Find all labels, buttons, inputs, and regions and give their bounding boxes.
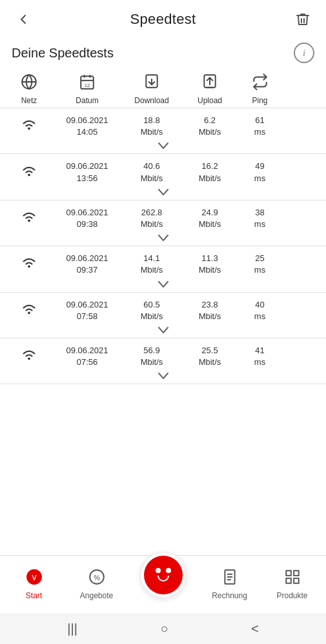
nav-label-rechnung: Rechnung <box>212 591 247 600</box>
start-icon: v <box>26 569 43 589</box>
svg-rect-26 <box>286 571 291 576</box>
nav-label-produkte: Produkte <box>276 591 307 600</box>
table-row-group-4: 09.06.202107:5860.5Mbit/s23.8Mbit/s40ms <box>0 293 326 338</box>
table-row-group-2: 09.06.202109:38262.8Mbit/s24.9Mbit/s38ms <box>0 200 326 246</box>
row-download-2: 262.8Mbit/s <box>123 207 181 230</box>
section-title: Deine Speedtests <box>12 46 114 61</box>
row-datum-0: 09.06.202114:05 <box>52 115 123 138</box>
row-datum-2: 09.06.202109:38 <box>52 207 123 230</box>
nav-item-start[interactable]: v Start <box>15 569 54 600</box>
svg-text:%: % <box>94 574 100 581</box>
wifi-icon <box>20 117 38 135</box>
android-menu-button[interactable]: ||| <box>67 621 77 636</box>
table-row-group-3: 09.06.202109:3714.1Mbit/s11.3Mbit/s25ms <box>0 246 326 292</box>
android-home-button[interactable]: ○ <box>160 621 168 636</box>
svg-rect-27 <box>286 578 291 583</box>
table-row[interactable]: 09.06.202113:5640.6Mbit/s16.2Mbit/s49ms <box>0 154 326 186</box>
row-netz-4 <box>6 302 52 320</box>
svg-point-12 <box>28 128 30 130</box>
svg-point-15 <box>28 266 30 268</box>
calendar-icon: 12 <box>79 73 96 94</box>
wifi-icon <box>20 164 38 182</box>
rechnung-icon <box>221 569 238 589</box>
svg-rect-29 <box>294 578 299 583</box>
expand-row-button-4[interactable] <box>0 325 326 338</box>
row-upload-0: 6.2Mbit/s <box>181 115 239 138</box>
row-upload-5: 25.5Mbit/s <box>181 345 239 368</box>
upload-icon <box>201 73 218 94</box>
nav-label-angebote: Angebote <box>80 591 113 600</box>
download-icon <box>143 73 160 94</box>
col-header-upload: Upload <box>181 73 239 105</box>
col-header-download: Download <box>123 73 181 105</box>
row-upload-2: 24.9Mbit/s <box>181 207 239 230</box>
row-ping-1: 49ms <box>239 161 281 184</box>
svg-text:12: 12 <box>85 83 90 88</box>
row-netz-1 <box>6 164 52 182</box>
table-row[interactable]: 09.06.202109:38262.8Mbit/s24.9Mbit/s38ms <box>0 200 326 233</box>
produkte-icon <box>284 569 301 589</box>
bottom-nav: v Start % Angebote <box>0 555 326 613</box>
row-netz-0 <box>6 117 52 135</box>
table-row[interactable]: 09.06.202107:5656.9Mbit/s25.5Mbit/s41ms <box>0 338 326 371</box>
column-headers: Netz 12 Datum Download <box>0 68 326 108</box>
col-header-datum: 12 Datum <box>52 73 123 105</box>
table-row[interactable]: 09.06.202114:0518.8Mbit/s6.2Mbit/s61ms <box>0 108 326 141</box>
row-datum-5: 09.06.202107:56 <box>52 345 123 368</box>
android-nav-bar: ||| ○ < <box>0 613 326 644</box>
info-button[interactable]: i <box>294 43 314 63</box>
nav-item-mascot[interactable] <box>140 571 187 598</box>
row-ping-2: 38ms <box>239 207 281 230</box>
expand-row-button-1[interactable] <box>0 187 326 200</box>
col-header-netz: Netz <box>6 73 52 105</box>
row-download-1: 40.6Mbit/s <box>123 161 181 184</box>
nav-item-angebote[interactable]: % Angebote <box>77 569 116 600</box>
table-row[interactable]: 09.06.202109:3714.1Mbit/s11.3Mbit/s25ms <box>0 246 326 278</box>
nav-item-rechnung[interactable]: Rechnung <box>210 569 249 600</box>
back-button[interactable] <box>12 8 35 31</box>
expand-row-button-5[interactable] <box>0 371 326 384</box>
row-ping-5: 41ms <box>239 345 281 368</box>
table-row[interactable]: 09.06.202107:5860.5Mbit/s23.8Mbit/s40ms <box>0 293 326 325</box>
svg-point-14 <box>28 220 30 222</box>
table-row-group-1: 09.06.202113:5640.6Mbit/s16.2Mbit/s49ms <box>0 154 326 200</box>
delete-button[interactable] <box>291 8 314 31</box>
wifi-icon <box>20 347 38 366</box>
section-header: Deine Speedtests i <box>0 36 326 68</box>
row-netz-5 <box>6 347 52 366</box>
svg-point-17 <box>28 358 30 360</box>
row-datum-3: 09.06.202109:37 <box>52 253 123 276</box>
row-download-0: 18.8Mbit/s <box>123 115 181 138</box>
expand-row-button-2[interactable] <box>0 233 326 246</box>
table-row-group-0: 09.06.202114:0518.8Mbit/s6.2Mbit/s61ms <box>0 108 326 154</box>
nav-item-produkte[interactable]: Produkte <box>273 569 312 600</box>
ping-icon <box>252 73 269 94</box>
row-download-4: 60.5Mbit/s <box>123 299 181 322</box>
svg-point-13 <box>28 173 30 176</box>
row-upload-1: 16.2Mbit/s <box>181 161 239 184</box>
wifi-icon <box>20 302 38 320</box>
top-bar: Speedtest <box>0 0 326 36</box>
row-datum-4: 09.06.202107:58 <box>52 299 123 322</box>
expand-row-button-3[interactable] <box>0 279 326 292</box>
svg-point-16 <box>28 311 30 314</box>
row-upload-4: 23.8Mbit/s <box>181 299 239 322</box>
row-ping-3: 25ms <box>239 253 281 276</box>
android-back-button[interactable]: < <box>251 621 259 636</box>
svg-text:v: v <box>32 572 36 582</box>
nav-label-start: Start <box>26 591 42 600</box>
col-header-ping: Ping <box>239 73 281 105</box>
mascot-button[interactable] <box>140 552 187 598</box>
wifi-icon <box>20 255 38 273</box>
svg-rect-28 <box>294 571 299 576</box>
wifi-icon <box>20 210 38 228</box>
expand-row-button-0[interactable] <box>0 141 326 153</box>
row-datum-1: 09.06.202113:56 <box>52 161 123 184</box>
row-netz-3 <box>6 255 52 273</box>
data-list: 09.06.202114:0518.8Mbit/s6.2Mbit/s61ms 0… <box>0 108 326 555</box>
row-ping-4: 40ms <box>239 299 281 322</box>
row-ping-0: 61ms <box>239 115 281 138</box>
page-title: Speedtest <box>130 11 196 28</box>
row-upload-3: 11.3Mbit/s <box>181 253 239 276</box>
globe-icon <box>21 73 37 94</box>
